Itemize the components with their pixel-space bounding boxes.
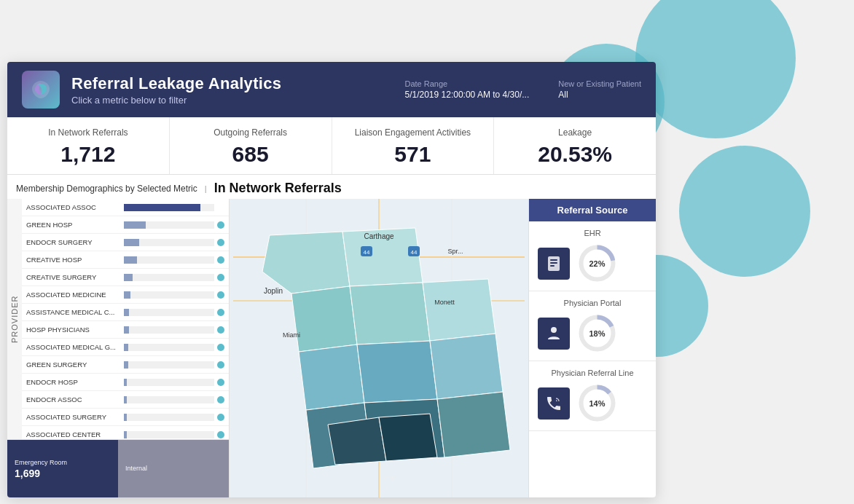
date-range-filter[interactable]: Date Range 5/1/2019 12:00:00 AM to 4/30/… xyxy=(404,79,529,100)
svg-rect-30 xyxy=(550,262,557,264)
logo-icon xyxy=(28,76,54,103)
provider-bar-container xyxy=(124,239,214,246)
patient-label: New or Existing Patient xyxy=(558,79,641,88)
provider-dot-icon xyxy=(217,344,224,351)
metric-in-network-label: In Network Referrals xyxy=(15,127,162,138)
referral-source-icon xyxy=(538,248,570,280)
provider-name: GREEN HOSP xyxy=(26,221,121,229)
bottom-internal[interactable]: Internal xyxy=(118,440,229,497)
provider-row[interactable]: ENDOCR ASSOC xyxy=(22,391,229,409)
svg-text:Carthage: Carthage xyxy=(364,232,394,240)
provider-dot-icon xyxy=(217,326,224,334)
svg-marker-12 xyxy=(430,334,503,399)
bottom-er-value: 1,699 xyxy=(15,468,111,479)
provider-dot-icon xyxy=(217,414,224,421)
date-range-label: Date Range xyxy=(404,79,529,88)
svg-marker-11 xyxy=(357,341,437,403)
referral-source-item[interactable]: EHR 22% xyxy=(529,221,656,291)
referral-source-content: 14% xyxy=(538,383,647,423)
svg-text:Monett: Monett xyxy=(434,299,455,306)
map-area[interactable]: Carthage Joplin Spr... Monett Miami Faye… xyxy=(230,199,528,497)
provider-row[interactable]: CREATIVE SURGERY xyxy=(22,269,229,286)
provider-row[interactable]: HOSP PHYSICIANS xyxy=(22,321,229,339)
provider-bar xyxy=(124,256,137,264)
provider-row[interactable]: ASSOCIATED MEDICAL G... xyxy=(22,339,229,356)
provider-dot-icon xyxy=(217,379,224,386)
svg-marker-8 xyxy=(350,283,430,344)
section-header: Membership Demographics by Selected Metr… xyxy=(7,175,656,199)
provider-name: CREATIVE HOSP xyxy=(26,256,121,264)
referral-source-content: 22% xyxy=(538,243,647,283)
patient-filter[interactable]: New or Existing Patient All xyxy=(558,79,641,100)
svg-marker-16 xyxy=(328,417,386,465)
provider-row[interactable]: ASSOCIATED ASSOC xyxy=(22,199,229,216)
provider-dot-icon xyxy=(217,291,224,299)
provider-list: ASSOCIATED ASSOCGREEN HOSPENDOCR SURGERY… xyxy=(22,199,229,439)
provider-name: ENDOCR HOSP xyxy=(26,378,121,386)
provider-bar xyxy=(124,414,127,421)
provider-row[interactable]: ENDOCR SURGERY xyxy=(22,234,229,251)
svg-rect-29 xyxy=(550,259,557,261)
provider-name: ENDOCR SURGERY xyxy=(26,238,121,246)
provider-row[interactable]: ASSOCIATED CENTER xyxy=(22,426,229,439)
bottom-panel: Emergency Room 1,699 Internal xyxy=(7,439,229,497)
provider-bar-container xyxy=(124,204,214,211)
app-subtitle: Click a metric below to filter xyxy=(71,95,393,106)
metric-in-network[interactable]: In Network Referrals 1,712 xyxy=(7,117,170,174)
referral-donut-chart: 18% xyxy=(577,313,617,353)
provider-name: ASSOCIATED SURGERY xyxy=(26,413,121,421)
provider-bar-container xyxy=(124,326,214,334)
provider-row[interactable]: CREATIVE HOSP xyxy=(22,251,229,269)
svg-marker-15 xyxy=(437,392,510,457)
provider-bar-container xyxy=(124,396,214,403)
dashboard-header: Referral Leakage Analytics Click a metri… xyxy=(7,62,656,117)
bottom-er[interactable]: Emergency Room 1,699 xyxy=(7,440,118,497)
svg-text:44: 44 xyxy=(411,249,418,256)
app-logo xyxy=(22,71,60,109)
svg-text:Joplin: Joplin xyxy=(264,287,283,295)
provider-name: CREATIVE SURGERY xyxy=(26,273,121,281)
provider-row[interactable]: GREEN SURGERY xyxy=(22,356,229,374)
provider-row[interactable]: ASSOCIATED SURGERY xyxy=(22,409,229,426)
provider-bar xyxy=(124,379,127,386)
provider-name: GREEN SURGERY xyxy=(26,361,121,369)
referral-donut-chart: 14% xyxy=(577,383,617,423)
section-metric: In Network Referrals xyxy=(214,181,342,196)
referral-source-label: Physician Referral Line xyxy=(538,369,647,377)
referral-source-icon xyxy=(538,387,570,420)
section-prefix: Membership Demographics by Selected Metr… xyxy=(16,184,197,194)
provider-bar-container xyxy=(124,221,214,229)
provider-name: ASSOCIATED CENTER xyxy=(26,430,121,438)
provider-bar-container xyxy=(124,379,214,386)
metric-leakage[interactable]: Leakage 20.53% xyxy=(494,117,656,174)
provider-dot-icon xyxy=(217,239,224,246)
svg-text:Miami: Miami xyxy=(283,331,300,339)
referral-source-content: 18% xyxy=(538,313,647,353)
provider-row[interactable]: ENDOCR HOSP xyxy=(22,374,229,391)
metric-outgoing[interactable]: Outgoing Referrals 685 xyxy=(170,117,332,174)
provider-bar-container xyxy=(124,344,214,351)
referral-source-item[interactable]: Physician Referral Line 14% xyxy=(529,361,656,431)
provider-name: HOSP PHYSICIANS xyxy=(26,326,121,334)
provider-row[interactable]: ASSOCIATED MEDICINE xyxy=(22,286,229,304)
metric-in-network-value: 1,712 xyxy=(15,142,162,167)
provider-bar xyxy=(124,274,133,281)
provider-bar xyxy=(124,431,127,438)
metric-liaison-label: Liaison Engagement Activities xyxy=(340,127,487,138)
provider-bar xyxy=(124,326,129,334)
metric-liaison[interactable]: Liaison Engagement Activities 571 xyxy=(332,117,495,174)
right-panel: Referral Source EHR 22%Physician Portal … xyxy=(528,199,656,497)
referral-source-item[interactable]: Physician Portal 18% xyxy=(529,291,656,361)
svg-text:44: 44 xyxy=(364,249,370,256)
provider-row[interactable]: GREEN HOSP xyxy=(22,216,229,234)
metric-outgoing-label: Outgoing Referrals xyxy=(177,127,324,138)
bottom-er-label: Emergency Room xyxy=(15,459,111,466)
provider-dot-icon xyxy=(217,274,224,281)
map-svg: Carthage Joplin Spr... Monett Miami Faye… xyxy=(230,199,528,497)
provider-dot-icon xyxy=(217,361,224,369)
provider-dot-icon xyxy=(217,396,224,403)
provider-row[interactable]: ASSISTANCE MEDICAL C... xyxy=(22,304,229,321)
provider-axis-label: Provider xyxy=(7,199,22,439)
provider-dot-icon xyxy=(217,309,224,316)
app-title: Referral Leakage Analytics xyxy=(71,74,393,93)
